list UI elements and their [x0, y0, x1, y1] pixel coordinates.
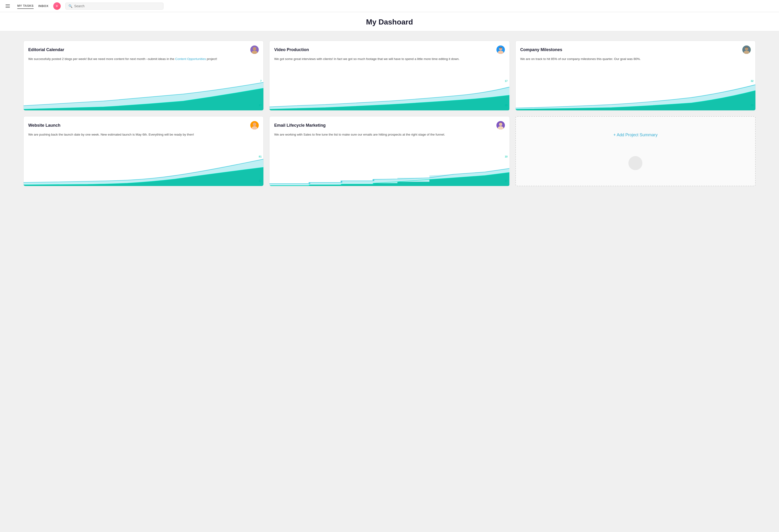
card-header-company: Company Milestones [516, 41, 756, 56]
chart-video: 17 25 [269, 78, 509, 110]
chart-label-top-website: 81 [259, 155, 261, 158]
chart-label-top-video: 17 [504, 80, 507, 82]
card-body-website: We are pushing back the launch date by o… [23, 131, 263, 153]
add-button[interactable]: + [53, 2, 61, 10]
card-body-video: We got some great interviews with client… [269, 56, 509, 78]
search-input[interactable] [74, 4, 161, 8]
chart-label-bottom-company: 35 [751, 104, 754, 107]
chart-website: 81 22 [23, 153, 263, 186]
avatar-company [742, 46, 751, 54]
card-header-email: Email Lifecycle Marketing [269, 117, 509, 131]
card-title-editorial: Editorial Calendar [28, 47, 64, 52]
inbox-nav[interactable]: INBOX [38, 3, 49, 9]
add-project-card[interactable]: + Add Project Summary [515, 116, 756, 186]
hamburger-menu[interactable] [6, 4, 10, 8]
dashboard-grid: Editorial Calendar We successfully poste… [0, 31, 779, 196]
avatar-website [250, 121, 259, 130]
card-company-milestones: Company Milestones We are on track to hi… [515, 41, 756, 111]
card-body-company: We are on track to hit 85% of our compan… [516, 56, 756, 78]
chart-label-top-editorial: 7 [260, 80, 261, 82]
card-body-editorial: We successfully posted 2 blogs per week!… [23, 56, 263, 78]
card-title-company: Company Milestones [520, 47, 562, 52]
card-title-video: Video Production [274, 47, 309, 52]
chart-label-top-company: 32 [751, 80, 754, 82]
svg-point-16 [253, 123, 256, 126]
content-opportunities-link[interactable]: Content Opportunities [175, 57, 206, 61]
my-tasks-nav[interactable]: MY TASKS [17, 3, 34, 9]
avatar-email [496, 121, 505, 130]
card-body-email: We are working with Sales to fine tune t… [269, 131, 509, 153]
chart-label-bottom-editorial: 37 [259, 104, 261, 107]
chart-email: 10 27 [269, 153, 509, 186]
card-video-production: Video Production We got some great inter… [269, 41, 510, 111]
chart-label-bottom-website: 22 [259, 180, 261, 182]
card-title-website: Website Launch [28, 123, 60, 128]
top-navigation: MY TASKS INBOX + 🔍 [0, 0, 779, 12]
chart-company: 32 35 [516, 78, 756, 110]
search-icon: 🔍 [68, 4, 72, 8]
chart-label-bottom-video: 25 [504, 104, 507, 107]
card-email-lifecycle: Email Lifecycle Marketing We are working… [269, 116, 510, 186]
svg-point-3 [253, 47, 256, 50]
card-header-video: Video Production [269, 41, 509, 56]
card-website-launch: Website Launch We are pushing back the l… [23, 116, 264, 186]
avatar-editorial [250, 46, 259, 54]
avatar-video [496, 46, 505, 54]
card-header-editorial: Editorial Calendar [23, 41, 263, 56]
svg-rect-8 [499, 47, 502, 48]
page-title-section: My Dashoard [0, 12, 779, 31]
card-header-website: Website Launch [23, 117, 263, 131]
chart-editorial: 7 37 [23, 78, 263, 110]
card-editorial-calendar: Editorial Calendar We successfully poste… [23, 41, 264, 111]
card-title-email: Email Lifecycle Marketing [274, 123, 325, 128]
page-title: My Dashoard [0, 18, 779, 26]
add-ghost-placeholder [628, 156, 642, 170]
search-bar[interactable]: 🔍 [65, 3, 164, 10]
svg-point-20 [499, 123, 502, 126]
add-project-label[interactable]: + Add Project Summary [613, 133, 658, 137]
chart-label-top-email: 10 [504, 155, 507, 158]
chart-label-bottom-email: 27 [504, 180, 507, 182]
